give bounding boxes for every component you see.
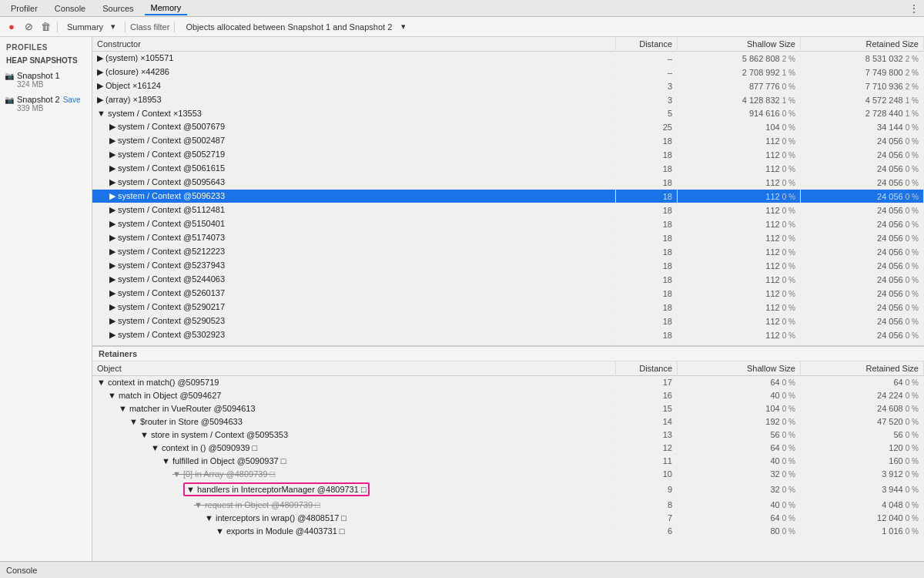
constructor-table: Constructor Distance Shallow Size Retain… — [92, 37, 924, 345]
table-row[interactable]: ▶ system / Context @524406318112 0 %24 0… — [92, 273, 924, 287]
shallow-size-cell: 5 862 808 2 % — [678, 52, 801, 66]
distance-cell-r: 15 — [616, 402, 678, 415]
distance-cell: 25 — [616, 120, 678, 134]
snapshot-2-size: 339 MB — [17, 104, 80, 113]
retainer-row[interactable]: ▼ context in match() @50957191764 0 %64 … — [92, 376, 924, 389]
retainer-row[interactable]: ▼ interceptors in wrap() @4808517 □764 0… — [92, 512, 924, 525]
table-row[interactable]: ▶ (system) ×105571–5 862 808 2 %8 531 03… — [92, 52, 924, 66]
shallow-size-cell: 112 0 % — [678, 328, 801, 342]
table-row[interactable]: ▶ system / Context @505271918112 0 %24 0… — [92, 148, 924, 162]
retainer-row[interactable]: ▼ match in Object @50946271640 0 %24 224… — [92, 389, 924, 402]
col-object: Object — [92, 361, 616, 376]
snapshot-2-icon: 📷 — [5, 96, 14, 104]
table-row[interactable]: ▶ system / Context @521222318112 0 %24 0… — [92, 245, 924, 259]
retainer-row[interactable]: ▼ request in Object @4809739 □840 0 %4 0… — [92, 499, 924, 512]
tab-memory[interactable]: Memory — [145, 2, 188, 15]
summary-dropdown-arrow[interactable]: ▾ — [111, 20, 120, 33]
distance-cell: 18 — [616, 301, 678, 314]
table-row[interactable]: ▶ system / Context @523794318112 0 %24 0… — [92, 259, 924, 273]
distance-cell-r: 6 — [616, 525, 678, 538]
distance-cell: 5 — [616, 107, 678, 120]
table-row[interactable]: ▶ system / Context @515040118112 0 %24 0… — [92, 217, 924, 231]
retainer-row[interactable]: ▼ matcher in VueRouter @509461315104 0 %… — [92, 402, 924, 415]
retainer-row[interactable]: ▼ fulfilled in Object @5090937 □1140 0 %… — [92, 455, 924, 468]
table-row[interactable]: ▶ system / Context @530292318112 0 %24 0… — [92, 328, 924, 342]
constructor-cell: ▶ system / Context @5007679 — [92, 120, 616, 134]
distance-cell: 18 — [616, 190, 678, 203]
retainer-row[interactable]: ▼ context in () @5090939 □1264 0 %120 0 … — [92, 442, 924, 455]
retained-size-cell: 24 056 0 % — [801, 231, 924, 245]
clear-button[interactable]: ⊘ — [22, 20, 35, 34]
table-row[interactable]: ▼ system / Context ×135535914 616 0 %2 7… — [92, 107, 924, 120]
object-cell: ▼ fulfilled in Object @5090937 □ — [92, 455, 616, 468]
constructor-cell: ▶ system / Context @5052719 — [92, 148, 616, 162]
table-row[interactable]: ▶ system / Context @526013718112 0 %24 0… — [92, 287, 924, 301]
table-row[interactable]: ▶ system / Context @529052318112 0 %24 0… — [92, 314, 924, 328]
shallow-size-cell: 2 708 992 1 % — [678, 66, 801, 79]
retainer-row[interactable]: ▼ exports in Module @4403731 □680 0 %1 0… — [92, 525, 924, 538]
retained-size-cell: 24 056 0 % — [801, 259, 924, 273]
distance-cell: 18 — [616, 231, 678, 245]
retained-size-cell-r: 1 016 0 % — [801, 525, 924, 538]
table-row[interactable]: ▶ system / Context @506161518112 0 %24 0… — [92, 162, 924, 176]
constructor-cell: ▶ (closure) ×44286 — [92, 66, 616, 79]
table-row[interactable]: ▶ system / Context @517407318112 0 %24 0… — [92, 231, 924, 245]
retainer-row[interactable]: ▼ handlers in InterceptorManager @480973… — [92, 481, 924, 499]
shallow-size-cell-r: 80 0 % — [678, 525, 801, 538]
retained-size-cell: 24 056 0 % — [801, 245, 924, 259]
shallow-size-cell-r: 40 0 % — [678, 499, 801, 512]
delete-button[interactable]: 🗑 — [38, 20, 52, 34]
shallow-size-cell-r: 40 0 % — [678, 389, 801, 402]
retained-size-cell: 24 056 0 % — [801, 176, 924, 190]
table-row[interactable]: ▶ (array) ×1895334 128 832 1 %4 572 248 … — [92, 93, 924, 107]
constructor-cell: ▶ system / Context @5002487 — [92, 134, 616, 148]
table-row[interactable]: ▶ system / Context @529021718112 0 %24 0… — [92, 301, 924, 314]
constructor-cell: ▶ system / Context @5237943 — [92, 259, 616, 273]
table-row[interactable]: ▶ system / Context @500248718112 0 %24 0… — [92, 134, 924, 148]
retained-size-cell: 24 056 0 % — [801, 328, 924, 342]
snapshot-1-item[interactable]: 📷 Snapshot 1 324 MB — [0, 68, 92, 92]
retained-size-cell: 24 056 0 % — [801, 203, 924, 217]
objects-info: Objects allocated between Snapshot 1 and… — [186, 22, 392, 32]
retainer-row[interactable]: ▼ store in system / Context @50953531356… — [92, 428, 924, 442]
retainer-row[interactable]: ▼ $router in Store @509463314192 0 %47 5… — [92, 415, 924, 428]
table-row[interactable]: ▶ Object ×161243877 776 0 %7 710 936 2 % — [92, 79, 924, 93]
col-distance-r: Distance — [616, 361, 678, 376]
object-cell: ▼ $router in Store @5094633 — [92, 415, 616, 428]
table-row[interactable]: ▶ system / Context @500767925104 0 %34 1… — [92, 120, 924, 134]
constructor-cell: ▶ system / Context @5061615 — [92, 162, 616, 176]
record-button[interactable]: ● — [5, 20, 18, 34]
distance-cell: 18 — [616, 245, 678, 259]
shallow-size-cell: 877 776 0 % — [678, 79, 801, 93]
table-row[interactable]: ▶ system / Context @509564318112 0 %24 0… — [92, 176, 924, 190]
summary-button[interactable]: Summary — [62, 21, 108, 33]
console-bar[interactable]: Console — [0, 561, 924, 578]
retained-size-cell: 24 056 0 % — [801, 273, 924, 287]
object-cell: ▼ handlers in InterceptorManager @480973… — [92, 481, 616, 499]
heap-snapshots-header: HEAP SNAPSHOTS — [0, 53, 92, 68]
distance-cell: 18 — [616, 287, 678, 301]
distance-cell-r: 7 — [616, 512, 678, 525]
tab-console[interactable]: Console — [49, 2, 92, 15]
retained-size-cell-r: 4 048 0 % — [801, 499, 924, 512]
snapshot-2-item[interactable]: 📷 Snapshot 2 Save 339 MB — [0, 92, 92, 116]
table-row[interactable]: ▶ system / Context @511248118112 0 %24 0… — [92, 203, 924, 217]
col-distance: Distance — [616, 37, 678, 52]
save-link[interactable]: Save — [63, 96, 81, 104]
shallow-size-cell: 112 0 % — [678, 273, 801, 287]
tab-profiler[interactable]: Profiler — [5, 2, 44, 15]
table-row[interactable]: ▶ system / Context @509623318112 0 %24 0… — [92, 190, 924, 203]
retainer-row[interactable]: ▼ [0] in Array @4809739 □1032 0 %3 912 0… — [92, 468, 924, 481]
constructor-cell: ▶ Object ×16124 — [92, 79, 616, 93]
shallow-size-cell-r: 32 0 % — [678, 481, 801, 499]
distance-cell-r: 12 — [616, 442, 678, 455]
object-cell: ▼ store in system / Context @5095353 — [92, 428, 616, 442]
tab-sources[interactable]: Sources — [96, 2, 139, 15]
shallow-size-cell: 112 0 % — [678, 176, 801, 190]
table-row[interactable]: ▶ (closure) ×44286–2 708 992 1 %7 749 80… — [92, 66, 924, 79]
col-retained-r: Retained Size — [801, 361, 924, 376]
more-icon[interactable]: ⋮ — [909, 2, 919, 15]
distance-cell: 3 — [616, 93, 678, 107]
retained-size-cell-r: 120 0 % — [801, 442, 924, 455]
constructor-cell: ▶ system / Context @5290217 — [92, 301, 616, 314]
